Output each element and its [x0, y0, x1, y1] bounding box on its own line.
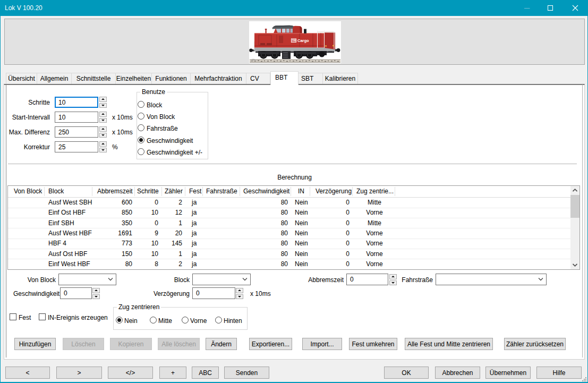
svg-text:DB: DB	[292, 39, 296, 42]
svg-text:Cargo: Cargo	[297, 38, 309, 43]
